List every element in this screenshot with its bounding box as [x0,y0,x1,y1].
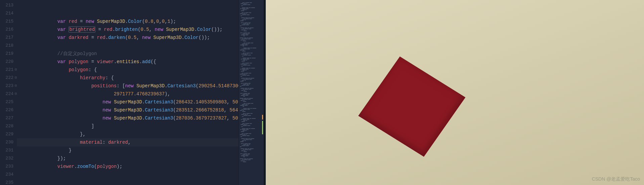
minimap-line [240,75,263,76]
minimap-line [240,130,263,131]
token: : { [105,75,114,81]
minimap-line [240,153,263,154]
code-line[interactable]: var brightred = red.brighten(0.5, new Su… [24,26,239,34]
minimap-line [240,99,263,100]
minimap-line [240,132,263,133]
code-line[interactable]: viewer.zoomTo(polygon); [24,163,239,171]
minimap-line [240,102,263,103]
minimap-line [240,53,263,53]
minimap-line [240,40,263,40]
minimap-line [240,31,263,31]
token: var [57,59,66,64]
token: polygon [69,59,88,64]
minimap-line [240,72,263,73]
token [151,35,153,40]
minimap-line [240,76,263,77]
code-line[interactable]: }); [24,154,239,163]
token: SuperMap3D [166,27,194,32]
token: 290254.51487306 [199,83,239,89]
token: 50 [232,115,238,121]
minimap-line [240,97,263,98]
minimap-line [240,161,263,162]
line-number: 221⊟ [0,66,13,74]
token: brightred [69,27,95,33]
minimap-line [240,47,263,47]
token: 0.8 [145,19,153,24]
line-number: 231 [0,146,13,154]
minimap-line [240,147,263,148]
code-line[interactable]: polygon: { [24,66,239,74]
minimap-line [240,1,263,2]
token: , [227,115,232,121]
minimap-line [240,70,263,71]
minimap-line [240,98,263,99]
minimap-line [240,39,263,39]
token: 1 [168,19,170,24]
code-line[interactable] [24,171,239,179]
code-line[interactable]: var red = new SuperMap3D.Color(0.8,0,0,1… [24,17,239,26]
token: add [142,59,151,64]
line-number: 225 [0,98,13,106]
token: ( [173,99,176,105]
token: var [57,35,66,40]
token: 564 [229,107,238,113]
token: . [113,27,115,32]
minimap-line [240,24,263,24]
token: Cartesian3 [145,115,173,121]
minimap-line [240,18,263,19]
code-line[interactable]: new SuperMap3D.Cartesian3(286432.1405350… [24,98,239,106]
render-viewport[interactable]: CSDN @老孟爱吃Taco [266,0,644,185]
code-line[interactable]: positions: [new SuperMap3D.Cartesian3(29… [24,82,239,90]
minimap[interactable] [239,0,264,185]
code-line[interactable]: } [24,146,239,154]
line-number-gutter[interactable]: 213214215216217218219220221⊟222⊟223⊟224⊟… [0,0,17,185]
minimap-line [240,135,263,136]
minimap-line [240,21,263,22]
code-line[interactable] [24,42,239,50]
code-line[interactable]: 2971777.4768239637), [24,90,239,98]
token: = [88,35,97,40]
minimap-marker [262,115,263,120]
code-line[interactable]: new SuperMap3D.Cartesian3(283512.2666752… [24,106,239,114]
token: SuperMap3D [97,19,125,24]
minimap-line [240,129,263,130]
minimap-line [240,67,263,67]
code-editor[interactable]: 213214215216217218219220221⊟222⊟223⊟224⊟… [0,0,239,185]
code-line[interactable] [24,1,239,9]
minimap-line [240,51,263,51]
minimap-line [240,9,263,10]
token: entities [117,59,139,64]
token: viewer [57,164,74,169]
code-line[interactable] [24,9,239,17]
code-line[interactable]: var darkred = red.darken(0.5, new SuperM… [24,34,239,42]
code-line[interactable]: new SuperMap3D.Cartesian3(287036.3679723… [24,114,239,122]
minimap-line [240,103,263,104]
token: ( [138,27,140,32]
token: new [102,99,111,105]
token: Color [184,35,199,40]
minimap-line [240,88,263,89]
minimap-line [240,69,263,70]
code-line[interactable]: hierarchy: { [24,74,239,82]
token: 287036.36797237827 [176,115,227,121]
token: SuperMap3D [136,83,165,89]
code-line[interactable]: //自定义polygon [24,50,239,58]
code-line[interactable]: var polygon = viewer.entities.add({ [24,58,239,66]
code-line[interactable]: ] [24,122,239,130]
minimap-line [240,109,263,110]
minimap-line [240,29,263,29]
minimap-line [240,46,263,46]
minimap-line [240,144,263,145]
token: darkred [69,35,88,40]
token: : [ [117,83,125,89]
minimap-line [240,146,263,147]
code-line[interactable]: }, [24,130,239,138]
minimap-line [240,12,263,13]
code-text-area[interactable]: var red = new SuperMap3D.Color(0.8,0,0,1… [17,0,239,185]
minimap-line [240,22,263,23]
token: viewer [97,59,114,64]
minimap-line [240,96,263,97]
token: brighten [115,27,138,32]
minimap-line [240,108,263,109]
minimap-line [240,86,263,87]
